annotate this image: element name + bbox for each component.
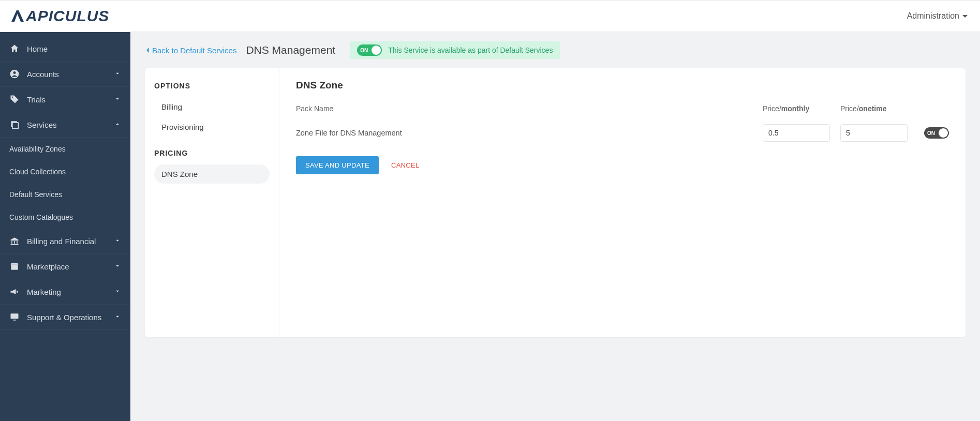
- page-title: DNS Management: [246, 44, 335, 56]
- sidebar-item-label: Accounts: [27, 70, 59, 79]
- back-link[interactable]: Back to Default Services: [145, 46, 236, 55]
- toggle-knob: [372, 46, 381, 55]
- brand-text: APICULUS: [26, 7, 109, 25]
- sidebar-subitem-availability-zones[interactable]: Availability Zones: [0, 138, 130, 160]
- sidebar-item-label: Home: [27, 44, 48, 53]
- sidebar-subitem-cloud-collections[interactable]: Cloud Collections: [0, 160, 130, 183]
- layers-icon: [9, 119, 20, 130]
- sidebar-submenu-services: Availability Zones Cloud Collections Def…: [0, 138, 130, 229]
- sidebar-subitem-default-services[interactable]: Default Services: [0, 183, 130, 206]
- col-price-onetime: Price/onetime: [840, 104, 918, 113]
- svg-rect-10: [11, 313, 19, 319]
- pack-name: Zone File for DNS Management: [296, 129, 763, 137]
- pricing-item-dns-zone[interactable]: DNS Zone: [154, 164, 270, 184]
- admin-dropdown[interactable]: Administration: [907, 11, 968, 21]
- chevron-down-icon: [114, 95, 121, 104]
- card-left-panel: OPTIONS Billing Provisioning PRICING DNS…: [145, 68, 279, 337]
- caret-down-icon: [962, 15, 968, 18]
- sidebar-item-home[interactable]: Home: [0, 36, 130, 62]
- form-actions: SAVE AND UPDATE CANCEL: [296, 156, 949, 174]
- sidebar-item-services[interactable]: Services: [0, 112, 130, 138]
- chevron-left-icon: [145, 47, 150, 54]
- cancel-button[interactable]: CANCEL: [391, 161, 420, 169]
- monitor-icon: [9, 312, 20, 322]
- svg-rect-11: [13, 320, 16, 321]
- brand-logo: APICULUS: [9, 7, 109, 25]
- main-content: Back to Default Services DNS Management …: [130, 32, 980, 421]
- svg-rect-8: [11, 244, 19, 245]
- sidebar-item-label: Marketplace: [27, 262, 69, 271]
- svg-rect-6: [14, 241, 15, 244]
- svg-point-1: [13, 71, 16, 74]
- admin-label: Administration: [907, 11, 959, 21]
- service-status-pill: ON This Service is available as part of …: [350, 41, 560, 59]
- sidebar-item-label: Trials: [27, 95, 46, 104]
- sidebar-item-accounts[interactable]: Accounts: [0, 62, 130, 87]
- pricing-table-header: Pack Name Price/monthly Price/onetime: [296, 104, 949, 113]
- bank-icon: [9, 236, 20, 246]
- col-price-monthly: Price/monthly: [763, 104, 840, 113]
- options-heading: OPTIONS: [154, 82, 270, 90]
- svg-point-2: [12, 97, 13, 98]
- service-status-text: This Service is available as part of Def…: [388, 46, 553, 54]
- sidebar-item-label: Services: [27, 121, 57, 129]
- sidebar-subitem-custom-catalogues[interactable]: Custom Catalogues: [0, 206, 130, 229]
- chevron-down-icon: [114, 70, 121, 79]
- svg-rect-7: [17, 241, 18, 244]
- sidebar-item-support-operations[interactable]: Support & Operations: [0, 305, 130, 330]
- sidebar-item-label: Support & Operations: [27, 313, 101, 322]
- chevron-down-icon: [114, 237, 121, 246]
- svg-rect-9: [11, 265, 18, 270]
- config-card: OPTIONS Billing Provisioning PRICING DNS…: [145, 68, 966, 337]
- sidebar-item-marketing[interactable]: Marketing: [0, 279, 130, 305]
- back-link-label: Back to Default Services: [152, 46, 236, 55]
- tags-icon: [9, 94, 20, 104]
- sidebar-item-trials[interactable]: Trials: [0, 87, 130, 112]
- page-header: Back to Default Services DNS Management …: [130, 32, 980, 68]
- bullhorn-icon: [9, 287, 20, 297]
- toggle-knob: [939, 128, 948, 138]
- sidebar-item-label: Billing and Financial: [27, 237, 96, 246]
- topbar: APICULUS Administration: [0, 0, 980, 32]
- home-icon: [9, 43, 20, 54]
- options-item-billing[interactable]: Billing: [154, 97, 270, 116]
- chevron-down-icon: [114, 262, 121, 271]
- brand-mark-icon: [9, 8, 25, 24]
- sidebar-item-marketplace[interactable]: Marketplace: [0, 254, 130, 279]
- save-button[interactable]: SAVE AND UPDATE: [296, 156, 379, 174]
- sidebar-item-label: Marketing: [27, 288, 61, 296]
- toggle-label: ON: [927, 130, 935, 136]
- price-onetime-input[interactable]: [840, 124, 908, 142]
- toggle-label: ON: [360, 48, 368, 53]
- sidebar: Home Accounts Trials: [0, 32, 130, 421]
- panel-title: DNS Zone: [296, 80, 949, 91]
- col-pack-name: Pack Name: [296, 104, 763, 113]
- svg-rect-5: [11, 241, 12, 244]
- options-item-provisioning[interactable]: Provisioning: [154, 117, 270, 137]
- chevron-down-icon: [114, 313, 121, 322]
- sidebar-item-billing-financial[interactable]: Billing and Financial: [0, 229, 130, 254]
- store-icon: [9, 261, 20, 272]
- chevron-up-icon: [114, 121, 121, 129]
- chevron-down-icon: [114, 288, 121, 296]
- pricing-heading: PRICING: [154, 149, 270, 157]
- service-enabled-toggle[interactable]: ON: [357, 44, 382, 56]
- pricing-row: Zone File for DNS Management ON: [296, 124, 949, 142]
- svg-rect-4: [12, 123, 19, 129]
- card-right-panel: DNS Zone Pack Name Price/monthly Price/o…: [279, 68, 966, 337]
- row-enabled-toggle[interactable]: ON: [924, 127, 949, 139]
- person-icon: [9, 69, 20, 79]
- price-monthly-input[interactable]: [763, 124, 830, 142]
